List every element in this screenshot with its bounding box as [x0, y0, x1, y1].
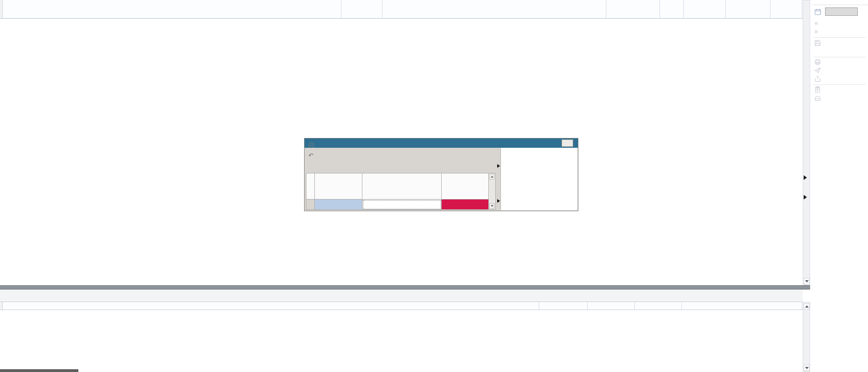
mois-suivant-button[interactable]: »	[814, 28, 820, 34]
bank-header	[362, 173, 442, 200]
open-external-icon	[814, 76, 821, 82]
imprimer-button[interactable]	[814, 59, 823, 65]
col-header-code-cotisation	[382, 0, 606, 18]
col-header-montant	[635, 302, 682, 310]
col-header-montant-assiette	[684, 0, 726, 18]
chevron-up-icon	[491, 176, 493, 178]
ouvrir-dans-tableur-button[interactable]	[814, 76, 823, 82]
divider	[812, 5, 868, 5]
paiement-edit-grid	[306, 173, 496, 210]
chevron-down-icon	[805, 280, 809, 282]
col-header-qualifiant-assiette	[606, 0, 660, 18]
chevron-up-icon	[805, 305, 809, 308]
valider-button[interactable]	[308, 142, 317, 148]
col-header-taux	[660, 0, 684, 18]
scroll-up-button[interactable]	[804, 303, 810, 310]
chevrons-left-icon: «	[814, 20, 818, 26]
dialog-separator	[500, 149, 501, 209]
clipped-row-fragment	[0, 369, 78, 372]
periode-field	[814, 7, 858, 16]
col-header-organisme	[3, 302, 539, 310]
modified-row-marker	[804, 175, 807, 180]
divider	[813, 84, 866, 85]
paiements-section-title	[0, 289, 803, 302]
send-icon	[814, 67, 821, 74]
documents-button[interactable]	[814, 95, 823, 101]
divider	[813, 57, 866, 57]
scroll-down-button[interactable]	[804, 365, 810, 371]
modification-paiement-dialog: ↶	[304, 138, 578, 211]
clipboard-icon	[814, 86, 821, 93]
scroll-up-button[interactable]	[489, 174, 494, 179]
montant-final-column	[442, 173, 489, 210]
edit-grid-row-header	[306, 173, 315, 210]
navigation-panel: « »	[812, 0, 868, 372]
col-header-organisme	[3, 0, 341, 18]
col-header-montant-organisme	[341, 0, 382, 18]
paiements-header-row	[0, 302, 803, 310]
modified-row-marker	[804, 195, 807, 200]
paiements-grid	[0, 302, 803, 372]
periode-input[interactable]	[825, 7, 858, 16]
payroll-cotisations-screen: { "cotisations": { "headers": { "organis…	[0, 0, 868, 372]
montant-initial-column	[315, 173, 362, 210]
divider	[813, 37, 866, 38]
col-header-montant-cotisation	[726, 0, 771, 18]
close-button[interactable]	[562, 139, 573, 147]
col-header-periode-debut	[539, 302, 588, 310]
montant-saisi-cell[interactable]	[362, 200, 442, 210]
undo-icon: ↶	[308, 152, 313, 158]
col-header-mode-paiement	[682, 302, 802, 310]
col-header-periode-fin	[588, 302, 635, 310]
focus-marker-icon	[497, 164, 500, 168]
sauver-button[interactable]	[814, 40, 823, 46]
top-grid-scrollbar[interactable]	[803, 0, 810, 285]
mois-precedent-button[interactable]: «	[814, 20, 820, 26]
cotisations-header-row	[0, 0, 803, 19]
montant-initial-cell[interactable]	[315, 200, 362, 210]
bottom-grid-scrollbar[interactable]	[803, 302, 810, 372]
bank-column	[362, 173, 442, 210]
check-circle-icon	[308, 142, 314, 148]
chevron-down-icon	[491, 205, 493, 207]
commentaires-button[interactable]	[814, 86, 823, 93]
scroll-down-button[interactable]	[489, 203, 494, 209]
printer-icon	[814, 59, 821, 65]
documents-icon	[814, 95, 821, 101]
dialog-title-bar[interactable]	[305, 138, 578, 148]
col-header-insee-commune	[771, 0, 802, 18]
montant-final-cell	[442, 200, 489, 210]
calendar-icon	[814, 8, 821, 15]
montant-final-header	[442, 173, 489, 200]
envoyer-par-mail-button[interactable]	[814, 67, 823, 74]
chevron-down-icon	[805, 367, 809, 369]
annuler-button[interactable]: ↶	[308, 152, 316, 158]
horizontal-splitter[interactable]	[0, 285, 810, 289]
scroll-down-button[interactable]	[804, 278, 810, 284]
montant-initial-header	[315, 173, 362, 200]
scroll-right-marker-icon	[497, 199, 500, 203]
dialog-actions-panel	[501, 148, 577, 210]
chevrons-right-icon: »	[814, 28, 818, 34]
save-icon	[814, 40, 821, 46]
edit-grid-scrollbar[interactable]	[489, 173, 496, 210]
